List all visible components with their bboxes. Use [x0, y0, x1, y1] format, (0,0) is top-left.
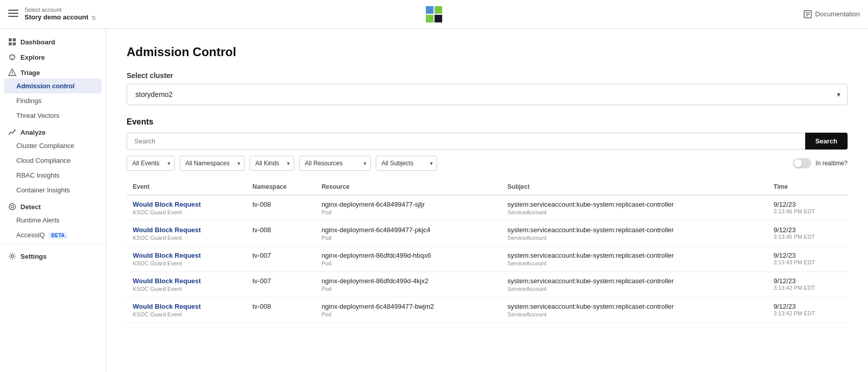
- realtime-toggle-switch[interactable]: [793, 158, 811, 168]
- time-sub: 3:13:42 PM EDT: [774, 285, 841, 291]
- time-sub: 3:13:45 PM EDT: [774, 234, 841, 240]
- svg-rect-10: [13, 42, 16, 45]
- table-row[interactable]: Would Block Request KSOC Guard Event tv-…: [127, 221, 848, 246]
- svg-rect-2: [8, 16, 18, 17]
- cell-namespace: tv-008: [246, 297, 315, 323]
- sidebar-section-detect: Detect: [0, 197, 106, 213]
- subject-kind: ServiceAccount: [508, 286, 761, 292]
- events-table: Event Namespace Resource Subject Time Wo…: [127, 179, 848, 323]
- sidebar: Dashboard Explore Triage Admission contr…: [0, 29, 106, 372]
- table-row[interactable]: Would Block Request KSOC Guard Event tv-…: [127, 297, 848, 323]
- cell-time: 9/12/23 3:13:42 PM EDT: [767, 297, 848, 323]
- cell-event: Would Block Request KSOC Guard Event: [127, 221, 246, 246]
- svg-point-13: [13, 55, 15, 57]
- cell-event: Would Block Request KSOC Guard Event: [127, 272, 246, 297]
- cell-resource: nginx-deployment-86dfdc499d-hbqx6 Pod: [316, 246, 501, 272]
- subject-name: system:serviceaccount:kube-system:replic…: [508, 201, 761, 208]
- resource-kind: Pod: [322, 260, 495, 266]
- resource-kind: Pod: [322, 311, 495, 317]
- cell-resource: nginx-deployment-6c48499477-bwjm2 Pod: [316, 297, 501, 323]
- time-main: 9/12/23: [774, 252, 841, 259]
- sidebar-item-cluster-compliance[interactable]: Cluster Compliance: [0, 138, 106, 153]
- event-sub: KSOC Guard Event: [133, 209, 240, 215]
- sidebar-item-threat-vectors[interactable]: Threat Vectors: [0, 108, 106, 123]
- table-row[interactable]: Would Block Request KSOC Guard Event tv-…: [127, 272, 848, 297]
- svg-rect-7: [9, 38, 12, 41]
- sidebar-item-explore[interactable]: Explore: [0, 48, 106, 63]
- time-sub: 3:13:46 PM EDT: [774, 208, 841, 214]
- sidebar-item-container-insights[interactable]: Container Insights: [0, 183, 106, 197]
- resource-kind: Pod: [322, 235, 495, 241]
- table-header: Event Namespace Resource Subject Time: [127, 179, 848, 195]
- account-selector[interactable]: Select account Story demo account ⇅: [25, 6, 96, 22]
- svg-point-20: [11, 255, 14, 258]
- search-input[interactable]: [127, 133, 805, 150]
- resource-name: nginx-deployment-86dfdc499d-4kjx2: [322, 277, 495, 285]
- main-content: Admission Control Select cluster storyde…: [106, 29, 868, 372]
- admission-control-label: Admission control: [16, 82, 75, 90]
- logo-cell-tr: [435, 6, 442, 14]
- svg-point-16: [12, 74, 13, 75]
- search-button[interactable]: Search: [805, 133, 848, 150]
- app-logo: [426, 6, 442, 22]
- dashboard-label: Dashboard: [20, 38, 55, 46]
- cell-time: 9/12/23 3:13:43 PM EDT: [767, 246, 848, 272]
- event-name: Would Block Request: [133, 226, 240, 234]
- beta-badge: BETA: [49, 232, 67, 239]
- docs-label: Documentation: [815, 10, 860, 18]
- toggle-knob: [794, 159, 802, 167]
- topbar: Select account Story demo account ⇅ Docu…: [0, 0, 868, 29]
- events-section-title: Events: [127, 117, 848, 127]
- sidebar-item-findings[interactable]: Findings: [0, 93, 106, 108]
- sidebar-item-accessiq[interactable]: AccessIQ BETA: [0, 228, 106, 242]
- namespaces-filter[interactable]: All Namespaces: [180, 156, 245, 171]
- page-title: Admission Control: [127, 45, 848, 59]
- threat-vectors-label: Threat Vectors: [16, 112, 60, 119]
- sidebar-divider: [0, 244, 106, 245]
- events-filter[interactable]: All Events: [127, 156, 175, 171]
- cell-subject: system:serviceaccount:kube-system:replic…: [501, 221, 767, 246]
- time-main: 9/12/23: [774, 226, 841, 234]
- account-arrow-icon: ⇅: [91, 14, 96, 21]
- subject-kind: ServiceAccount: [508, 235, 761, 241]
- resource-name: nginx-deployment-86dfdc499d-hbqx6: [322, 252, 495, 259]
- resource-name: nginx-deployment-6c48499477-sjljr: [322, 201, 495, 208]
- svg-rect-0: [8, 10, 18, 11]
- resources-filter[interactable]: All Resources: [299, 156, 371, 171]
- cloud-compliance-label: Cloud Compliance: [16, 157, 70, 164]
- triage-label: Triage: [20, 69, 40, 77]
- sidebar-item-rbac-insights[interactable]: RBAC Insights: [0, 168, 106, 183]
- svg-point-12: [10, 55, 12, 57]
- menu-icon[interactable]: [8, 8, 18, 20]
- realtime-toggle[interactable]: In realtime?: [793, 158, 848, 168]
- cluster-select-wrapper: storydemo2 ▾: [127, 84, 848, 105]
- col-time: Time: [767, 179, 848, 195]
- svg-point-17: [14, 130, 16, 131]
- rbac-insights-label: RBAC Insights: [16, 171, 60, 179]
- col-resource: Resource: [316, 179, 501, 195]
- cell-time: 9/12/23 3:13:45 PM EDT: [767, 221, 848, 246]
- table-row[interactable]: Would Block Request KSOC Guard Event tv-…: [127, 246, 848, 272]
- kinds-filter[interactable]: All Kinds: [250, 156, 294, 171]
- table-row[interactable]: Would Block Request KSOC Guard Event tv-…: [127, 195, 848, 221]
- sidebar-item-runtime-alerts[interactable]: Runtime Alerts: [0, 213, 106, 228]
- logo-cell-tl: [426, 6, 433, 14]
- findings-label: Findings: [16, 97, 41, 105]
- settings-label: Settings: [20, 253, 46, 260]
- cell-subject: system:serviceaccount:kube-system:replic…: [501, 195, 767, 221]
- subjects-filter[interactable]: All Subjects: [376, 156, 437, 171]
- kinds-filter-wrap: All Kinds ▾: [250, 156, 294, 171]
- resources-filter-wrap: All Resources ▾: [299, 156, 371, 171]
- sidebar-item-settings[interactable]: Settings: [0, 247, 106, 262]
- svg-point-19: [11, 206, 14, 208]
- cell-event: Would Block Request KSOC Guard Event: [127, 195, 246, 221]
- subject-kind: ServiceAccount: [508, 311, 761, 317]
- documentation-link[interactable]: Documentation: [803, 10, 860, 19]
- sidebar-item-dashboard[interactable]: Dashboard: [0, 33, 106, 48]
- cluster-select[interactable]: storydemo2: [127, 84, 848, 105]
- col-subject: Subject: [501, 179, 767, 195]
- sidebar-item-cloud-compliance[interactable]: Cloud Compliance: [0, 153, 106, 168]
- svg-rect-9: [9, 42, 12, 45]
- subject-name: system:serviceaccount:kube-system:replic…: [508, 252, 761, 259]
- sidebar-item-admission-control[interactable]: Admission control: [4, 79, 102, 93]
